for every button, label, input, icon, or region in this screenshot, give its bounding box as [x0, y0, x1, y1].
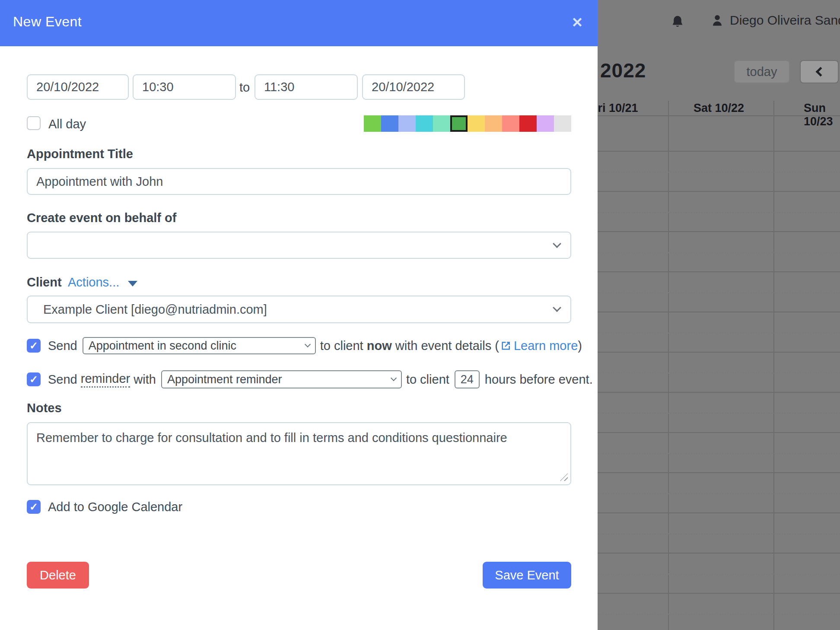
user-avatar-icon: [711, 13, 724, 27]
google-calendar-label: Add to Google Calendar: [48, 500, 182, 514]
close-icon[interactable]: ✕: [567, 12, 588, 33]
email-template-value: Appointment in second clinic: [89, 339, 236, 353]
color-swatch[interactable]: [433, 115, 450, 132]
chevron-down-icon: [553, 239, 561, 248]
all-day-checkbox[interactable]: [27, 116, 41, 130]
calendar-allday-row[interactable]: [598, 116, 840, 152]
send-reminder-row: ✓ Send reminder with Appointment reminde…: [27, 369, 593, 389]
appointment-title-input[interactable]: [27, 168, 571, 195]
half-hour-divider: [598, 573, 840, 575]
color-swatch[interactable]: [416, 115, 433, 132]
delete-button[interactable]: Delete: [27, 562, 89, 589]
end-time-input[interactable]: [255, 74, 358, 100]
calendar-title-year: 2022: [600, 59, 646, 82]
send-reminder-checkbox[interactable]: ✓: [27, 372, 41, 386]
send-now-text: now: [367, 339, 392, 353]
new-event-modal: New Event ✕ to All day Appointment Title…: [0, 0, 598, 630]
send-email-row: ✓ Send Appointment in second clinic to c…: [27, 336, 582, 355]
calendar-hour-row[interactable]: [598, 594, 840, 630]
color-palette: [364, 115, 571, 132]
send-row-text-2: with event details (: [392, 339, 499, 353]
google-calendar-row: ✓ Add to Google Calendar: [27, 499, 182, 515]
client-label: Client: [27, 275, 62, 290]
start-time-input[interactable]: [133, 74, 236, 100]
half-hour-divider: [598, 533, 840, 535]
calendar-hour-row[interactable]: [598, 554, 840, 594]
top-navbar: Diego Oliveira Sand: [598, 0, 840, 46]
calendar-hour-row[interactable]: [598, 272, 840, 312]
modal-header: New Event ✕: [0, 0, 598, 46]
client-select-value: Example Client [diego@nutriadmin.com]: [43, 302, 267, 317]
send-row-text-1: to client: [320, 339, 367, 353]
half-hour-divider: [598, 172, 840, 173]
client-select[interactable]: Example Client [diego@nutriadmin.com]: [27, 296, 571, 323]
calendar-hour-row[interactable]: [598, 393, 840, 433]
color-swatch[interactable]: [381, 115, 398, 132]
color-swatch[interactable]: [502, 115, 519, 132]
color-swatch[interactable]: [468, 115, 485, 132]
half-hour-divider: [598, 332, 840, 334]
user-name: Diego Oliveira Sand: [730, 13, 840, 28]
color-swatch[interactable]: [364, 115, 381, 132]
half-hour-divider: [598, 493, 840, 494]
reminder-template-select[interactable]: Appointment reminder: [161, 370, 402, 388]
google-calendar-checkbox[interactable]: ✓: [27, 500, 41, 514]
color-swatch[interactable]: [537, 115, 554, 132]
calendar-hour-row[interactable]: [598, 152, 840, 192]
notes-textarea[interactable]: Remember to charge for consultation and …: [27, 422, 571, 485]
user-menu[interactable]: Diego Oliveira Sand: [711, 13, 840, 28]
start-date-input[interactable]: [27, 74, 129, 100]
reminder-word: reminder: [81, 372, 130, 388]
half-hour-divider: [598, 453, 840, 454]
email-template-select[interactable]: Appointment in second clinic: [83, 337, 316, 354]
to-label: to: [239, 80, 250, 95]
calendar-time-grid: [598, 116, 840, 630]
day-header-fri: Fri 10/21: [598, 102, 638, 115]
behalf-select[interactable]: [27, 232, 571, 259]
save-event-button[interactable]: Save Event: [483, 562, 571, 589]
chevron-down-icon: [391, 375, 397, 381]
calendar-hour-row[interactable]: [598, 192, 840, 232]
all-day-label: All day: [48, 117, 86, 131]
half-hour-divider: [598, 413, 840, 414]
calendar-hour-row[interactable]: [598, 312, 840, 353]
send-label: Send: [48, 339, 77, 353]
color-swatch[interactable]: [554, 115, 571, 132]
reminder-to-client-label: to client: [406, 372, 449, 387]
reminder-suffix-label: hours before event.: [485, 372, 593, 387]
screen: Diego Oliveira Sand 2022 today Fri 10/21…: [0, 0, 840, 630]
chevron-down-icon: [553, 303, 561, 312]
color-swatch[interactable]: [398, 115, 416, 132]
previous-period-button[interactable]: [800, 60, 839, 83]
caret-down-icon: [128, 281, 137, 286]
half-hour-divider: [598, 292, 840, 293]
reminder-send-label: Send: [48, 372, 81, 387]
half-hour-divider: [598, 252, 840, 253]
calendar-hour-row[interactable]: [598, 353, 840, 393]
today-button[interactable]: today: [734, 60, 790, 83]
appointment-title-label: Appointment Title: [27, 147, 133, 161]
reminder-template-value: Appointment reminder: [167, 373, 282, 386]
send-email-checkbox[interactable]: ✓: [27, 339, 41, 353]
client-actions-dropdown[interactable]: Actions...: [68, 275, 119, 290]
calendar-hour-row[interactable]: [598, 433, 840, 473]
external-link-icon: [501, 340, 511, 351]
color-swatch[interactable]: [485, 115, 502, 132]
modal-title: New Event: [13, 14, 82, 30]
today-button-label: today: [747, 65, 777, 79]
half-hour-divider: [598, 372, 840, 374]
end-date-input[interactable]: [362, 74, 465, 100]
calendar-hour-row[interactable]: [598, 513, 840, 554]
calendar-hour-row[interactable]: [598, 232, 840, 272]
color-swatch[interactable]: [450, 115, 468, 132]
learn-more-link[interactable]: Learn more: [514, 339, 578, 353]
reminder-hours-input[interactable]: [455, 370, 480, 388]
chevron-down-icon: [305, 341, 311, 347]
calendar-hour-row[interactable]: [598, 473, 840, 513]
notes-label: Notes: [27, 401, 62, 415]
reminder-with-label: with: [130, 372, 156, 387]
calendar-background: Diego Oliveira Sand 2022 today Fri 10/21…: [598, 0, 840, 630]
behalf-label: Create event on behalf of: [27, 211, 176, 225]
notifications-bell-icon[interactable]: [670, 14, 685, 30]
color-swatch[interactable]: [519, 115, 537, 132]
